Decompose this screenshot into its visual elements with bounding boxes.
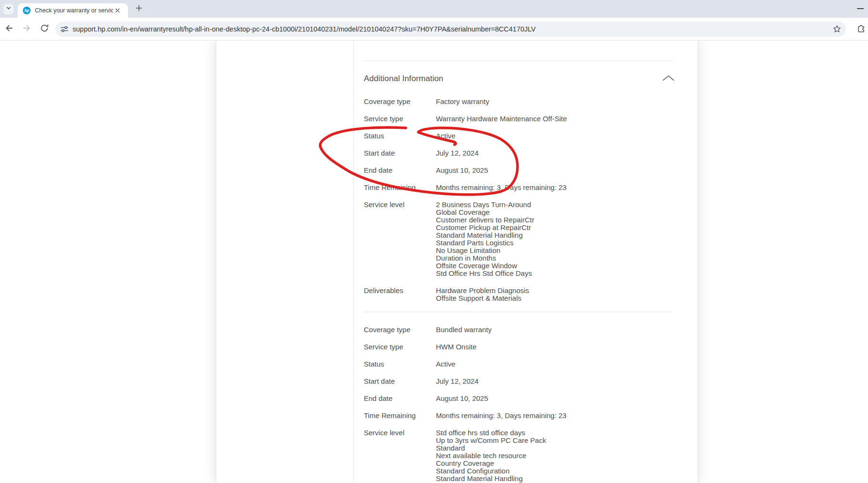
row-value: August 10, 2025 bbox=[436, 395, 488, 402]
forward-button[interactable] bbox=[20, 22, 34, 36]
row-value: Active bbox=[436, 360, 455, 368]
row-label: Service type bbox=[364, 343, 436, 351]
row-label: Service type bbox=[364, 115, 436, 123]
arrow-back-icon bbox=[4, 23, 14, 35]
new-tab-button[interactable] bbox=[134, 4, 144, 14]
row-label: Status bbox=[364, 360, 436, 368]
section-header: Additional Information bbox=[364, 74, 673, 84]
row-value: HWM Onsite bbox=[436, 343, 476, 351]
reload-icon bbox=[40, 23, 49, 35]
plus-icon bbox=[136, 5, 142, 13]
row-value: July 12, 2024 bbox=[436, 149, 478, 157]
row-label: Start date bbox=[364, 149, 436, 157]
chevron-up-icon bbox=[662, 75, 675, 83]
row-label: Time Remaining bbox=[364, 412, 436, 420]
row-label: End date bbox=[364, 395, 436, 402]
tab-strip: hp Check your warranty or service bbox=[0, 0, 868, 18]
section-title: Additional Information bbox=[364, 74, 673, 84]
row-label: Deliverables bbox=[364, 287, 436, 302]
info-row: Service level Std office hrs std office … bbox=[364, 429, 673, 483]
row-value: 2 Business Days Turn-Around Global Cover… bbox=[436, 201, 534, 277]
close-icon bbox=[115, 6, 120, 15]
site-info-tune-icon[interactable] bbox=[60, 24, 69, 34]
info-row: Time Remaining Months remaining: 3, Days… bbox=[364, 184, 673, 191]
warranty-block-2: Coverage type Bundled warranty Service t… bbox=[364, 326, 673, 483]
tab-search-button[interactable] bbox=[3, 4, 14, 14]
row-value: Months remaining: 3, Days remaining: 23 bbox=[436, 412, 566, 420]
section-top-rule bbox=[364, 61, 673, 61]
row-label: Coverage type bbox=[364, 98, 436, 105]
arrow-forward-icon bbox=[22, 23, 32, 35]
browser-tab-active[interactable]: hp Check your warranty or service bbox=[18, 3, 128, 18]
card-column-divider bbox=[353, 41, 354, 483]
info-row: Service type Warranty Hardware Maintenan… bbox=[364, 115, 673, 123]
block-divider-rule bbox=[364, 312, 673, 312]
info-row: Deliverables Hardware Problem Diagnosis … bbox=[364, 287, 673, 302]
row-value: Std office hrs std office days Up to 3yr… bbox=[436, 429, 546, 483]
row-value: Active bbox=[436, 132, 455, 140]
info-row: Start date July 12, 2024 bbox=[364, 149, 673, 157]
page-content: Additional Information Coverage type Fac… bbox=[0, 41, 868, 483]
row-value: Months remaining: 3, Days remaining: 23 bbox=[436, 184, 566, 191]
row-value: Warranty Hardware Maintenance Off-Site bbox=[436, 115, 567, 123]
row-value: August 10, 2025 bbox=[436, 167, 488, 174]
url-text[interactable]: support.hp.com/in-en/warrantyresult/hp-a… bbox=[73, 25, 832, 33]
row-value: Bundled warranty bbox=[436, 326, 492, 334]
extensions-puzzle-icon bbox=[856, 23, 867, 35]
info-row: Start date July 12, 2024 bbox=[364, 378, 673, 385]
reload-button[interactable] bbox=[37, 22, 52, 36]
browser-window: hp Check your warranty or service bbox=[0, 0, 868, 483]
warranty-result-card: Additional Information Coverage type Fac… bbox=[216, 41, 698, 483]
info-row: Service type HWM Onsite bbox=[364, 343, 673, 351]
info-row: Time Remaining Months remaining: 3, Days… bbox=[364, 412, 673, 420]
row-value: Hardware Problem Diagnosis Offsite Suppo… bbox=[436, 287, 529, 302]
row-label: Service level bbox=[364, 429, 436, 483]
bookmark-star-icon[interactable] bbox=[832, 24, 842, 34]
row-value: Factory warranty bbox=[436, 98, 489, 105]
row-label: Coverage type bbox=[364, 326, 436, 334]
tab-close-button[interactable] bbox=[113, 7, 121, 15]
hp-favicon-icon: hp bbox=[23, 7, 31, 14]
info-row: End date August 10, 2025 bbox=[364, 167, 673, 174]
info-row: Status Active bbox=[364, 360, 673, 368]
chevron-down-icon bbox=[5, 5, 12, 13]
back-button[interactable] bbox=[2, 22, 16, 36]
info-row: Coverage type Bundled warranty bbox=[364, 326, 673, 334]
additional-information-section: Additional Information Coverage type Fac… bbox=[364, 41, 673, 483]
row-label: End date bbox=[364, 167, 436, 174]
info-row: End date August 10, 2025 bbox=[364, 395, 673, 402]
info-row: Status Active bbox=[364, 132, 673, 140]
row-label: Time Remaining bbox=[364, 184, 436, 191]
row-value: July 12, 2024 bbox=[436, 378, 478, 385]
info-row: Coverage type Factory warranty bbox=[364, 98, 673, 105]
tab-title: Check your warranty or service bbox=[35, 7, 113, 14]
browser-toolbar: support.hp.com/in-en/warrantyresult/hp-a… bbox=[0, 18, 868, 41]
collapse-section-button[interactable] bbox=[662, 74, 675, 82]
row-label: Status bbox=[364, 132, 436, 140]
info-row: Service level 2 Business Days Turn-Aroun… bbox=[364, 201, 673, 277]
window-minimize-button[interactable] bbox=[857, 8, 864, 9]
extensions-button[interactable] bbox=[856, 23, 867, 35]
warranty-block-1: Coverage type Factory warranty Service t… bbox=[364, 98, 673, 302]
row-label: Start date bbox=[364, 378, 436, 385]
row-label: Service level bbox=[364, 201, 436, 277]
url-address-bar[interactable]: support.hp.com/in-en/warrantyresult/hp-a… bbox=[55, 21, 846, 37]
